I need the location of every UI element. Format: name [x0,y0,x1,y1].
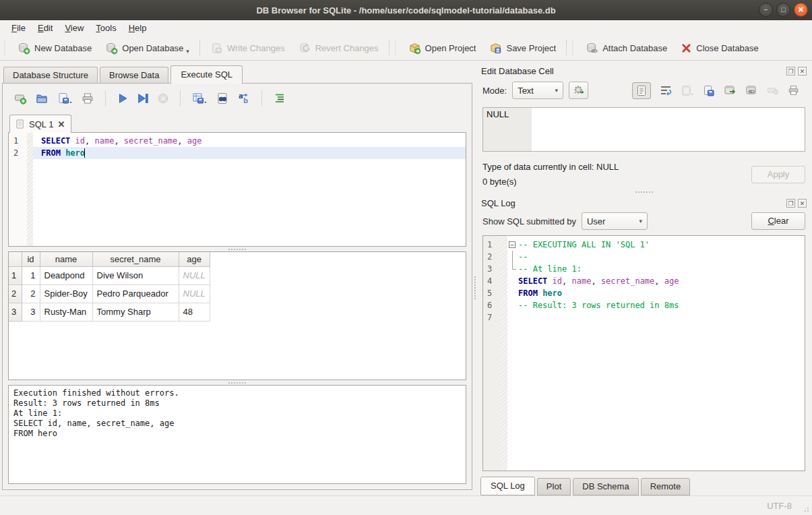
menu-edit[interactable]: Edit [32,22,59,34]
menu-tools[interactable]: Tools [90,22,122,34]
cell-value: NULL [483,108,532,151]
log-line: −-- EXECUTING ALL IN 'SQL 1' [507,239,805,251]
print-sql-icon[interactable] [81,92,94,105]
cell-age[interactable]: NULL [179,284,210,303]
results-message-splitter[interactable] [8,380,466,385]
svg-text:b: b [243,97,248,104]
dock-float-icon[interactable]: ❐ [786,67,795,75]
clear-log-button[interactable]: Clear [751,212,805,230]
copy-url-icon[interactable] [745,85,758,96]
auto-switch-mode-button[interactable] [569,82,588,99]
main-toolbar: New Database Open Database ▾ Write Chang… [0,36,812,61]
word-wrap-icon[interactable] [660,85,672,96]
save-sql-file-icon[interactable] [57,92,73,105]
menu-view[interactable]: View [59,22,90,34]
cell-age[interactable]: NULL [179,266,210,284]
results-header-row: id name secret_name age [9,252,210,266]
cell-name[interactable]: Rusty-Man [40,303,92,321]
cell-name[interactable]: Spider-Boy [40,284,92,303]
fold-column [507,299,518,311]
edit-cell-header: Edit Database Cell ❐ ✕ [476,62,812,78]
execute-line-icon[interactable] [137,92,149,104]
toolbar-grip [4,40,9,55]
message-line: Result: 3 rows returned in 8ms [13,398,461,408]
close-sql-tab-icon[interactable]: ✕ [57,119,65,129]
row-header[interactable]: 3 [9,303,22,321]
tab-remote[interactable]: Remote [641,478,691,495]
editor-results-splitter[interactable] [8,247,466,251]
tab-execute-sql[interactable]: Execute SQL [170,65,243,84]
row-header[interactable]: 1 [9,266,22,284]
edit-cell-title: Edit Database Cell [481,66,786,76]
revert-changes-button: Revert Changes [292,39,385,57]
close-icon[interactable]: ✕ [794,3,808,17]
column-header-name[interactable]: name [40,252,92,266]
log-line: -- Result: 3 rows returned in 8ms [507,299,805,311]
fold-collapse-icon[interactable]: − [509,241,516,248]
minimize-icon[interactable]: − [759,3,773,17]
log-line: -- [507,251,805,263]
table-row: 3 3 Rusty-Man Tommy Sharp 48 [9,303,210,321]
open-sql-file-icon[interactable] [35,92,49,105]
editor-change-margin [27,133,33,246]
submitter-select[interactable]: User ▾ [582,212,648,230]
cell-id[interactable]: 1 [22,266,40,284]
execute-all-icon[interactable] [117,92,129,104]
tab-database-structure[interactable]: Database Structure [3,67,98,83]
tab-plot[interactable]: Plot [537,478,571,495]
panel-splitter[interactable] [474,61,476,495]
new-sql-tab-icon[interactable] [13,92,27,105]
open-project-button[interactable]: Open Project [402,39,482,57]
corner-header[interactable] [9,252,22,266]
save-project-button[interactable]: Save Project [483,39,562,57]
maximize-icon[interactable]: □ [776,3,790,17]
format-sql-icon[interactable] [273,92,286,105]
tab-browse-data[interactable]: Browse Data [100,67,168,83]
find-icon[interactable] [216,92,229,105]
column-header-id[interactable]: id [22,252,40,266]
cell-value-editor[interactable]: NULL [482,107,805,152]
titlebar: DB Browser for SQLite - /home/user/code/… [0,0,812,20]
tab-sql-log[interactable]: SQL Log [480,477,535,495]
open-project-icon [408,42,421,55]
print-cell-icon[interactable] [787,84,800,96]
dock-float-icon[interactable]: ❐ [786,199,795,208]
find-replace-icon[interactable]: ab [237,92,251,105]
menu-help[interactable]: Help [123,22,153,34]
column-header-age[interactable]: age [179,252,210,266]
text-mode-icon[interactable] [632,82,651,99]
fold-column [507,275,518,287]
cell-age[interactable]: 48 [179,303,210,321]
encoding-indicator[interactable]: UTF-8 [767,501,792,511]
open-database-dropdown-icon[interactable]: ▾ [186,48,189,55]
tab-db-schema[interactable]: DB Schema [573,478,638,495]
sql-editor[interactable]: 1 2 SELECT id, name, secret_name, age FR… [8,132,466,247]
open-database-button[interactable]: Open Database ▾ [99,39,195,57]
row-header[interactable]: 2 [9,284,22,303]
column-header-secret-name[interactable]: secret_name [92,252,179,266]
editor-code-area[interactable]: SELECT id, name, secret_name, age FROM h… [33,133,466,246]
dock-splitter[interactable] [476,189,812,194]
cell-secret-name[interactable]: Tommy Sharp [92,303,179,321]
open-external-icon[interactable] [724,85,737,96]
dock-close-icon[interactable]: ✕ [798,67,807,75]
close-database-button[interactable]: Close Database [675,40,765,57]
sql-file-tab[interactable]: SQL 1 ✕ [9,115,71,133]
cell-secret-name[interactable]: Dive Wilson [92,266,179,284]
chevron-down-icon: ▾ [639,218,642,224]
cell-name[interactable]: Deadpond [40,266,92,284]
sql-toolbar-separator [261,91,262,106]
new-database-button[interactable]: New Database [11,39,98,57]
cell-id[interactable]: 3 [22,303,40,321]
table-row: 2 2 Spider-Boy Pedro Parqueador NULL [9,284,210,303]
menu-file[interactable]: File [5,22,32,34]
toolbar-grip [572,40,577,55]
cell-id[interactable]: 2 [22,284,40,303]
attach-database-button[interactable]: Attach Database [580,39,673,57]
export-cell-data-icon[interactable] [703,85,715,96]
cell-secret-name[interactable]: Pedro Parqueador [92,284,179,303]
mode-select[interactable]: Text ▾ [512,82,563,99]
dock-close-icon[interactable]: ✕ [798,199,807,208]
resize-grip-icon[interactable] [801,504,810,513]
export-results-icon[interactable] [191,92,208,105]
